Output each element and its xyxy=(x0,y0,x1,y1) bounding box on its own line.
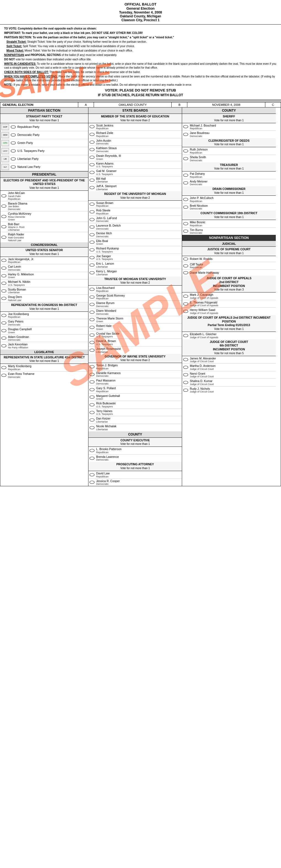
commissioner-burns[interactable]: Tim BurnsDemocratic xyxy=(182,228,276,235)
senator-boman[interactable]: Scotty Boman Libertarian xyxy=(0,287,88,295)
appeals-gleicher[interactable]: Elizabeth L. GleicherJudge of Court of A… xyxy=(182,332,276,339)
naturallaw-oval[interactable] xyxy=(11,165,16,168)
appeals-saad[interactable]: Henry William SaadJudge of Court of Appe… xyxy=(182,308,276,315)
obama-oval[interactable] xyxy=(1,205,6,208)
rep-peters[interactable]: Gary Peters Democratic xyxy=(0,319,88,327)
senator-levin[interactable]: Carl Levin Democratic xyxy=(0,264,88,272)
regent-deitch[interactable]: Laurence B. DeitchDemocratic xyxy=(88,223,182,231)
wsu-karmanos[interactable]: Danielle KarmanosDemocratic xyxy=(88,371,182,378)
party-row-democratic[interactable]: DEM Democratic Party xyxy=(0,131,88,139)
msu-byrum[interactable]: Dianne ByrumDemocratic xyxy=(88,301,182,308)
rep-goodman[interactable]: Adam Goodman Democratic xyxy=(0,335,88,342)
msu-romney[interactable]: George Scott RomneyRepublican xyxy=(88,293,182,301)
presidential-mckinney[interactable]: Cynthia McKinney Rosa Clemente Green xyxy=(0,211,88,222)
ed-hall[interactable]: Bill HallLibertarian xyxy=(88,177,182,184)
nader-oval[interactable] xyxy=(1,236,6,239)
ed-steinport[interactable]: Jeff A. SteinportLibertarian xyxy=(88,184,182,191)
circuit-grant[interactable]: Nanci GrantJudge of Circuit Court xyxy=(182,371,276,379)
rep-campbell[interactable]: Douglas Campbell Green xyxy=(0,327,88,335)
dern-oval[interactable] xyxy=(1,297,6,300)
party-row-libertarian[interactable]: LIB Libertarian Party xyxy=(0,155,88,163)
supreme-taylor[interactable]: Cliff TaylorRepublican xyxy=(182,262,276,270)
appeals-cavanagh[interactable]: Mark J. CavanaghJudge of Court of Appeal… xyxy=(182,292,276,300)
rep-knollenberg[interactable]: Joe Knollenberg Republican xyxy=(0,312,88,319)
regent-sanger[interactable]: Joe SangerU.S. Taxpayers xyxy=(88,254,182,261)
prosecuting-cooper[interactable]: Jessica R. CooperDemocratic xyxy=(88,479,182,486)
regent-boal[interactable]: Ellis BoalGreen xyxy=(88,239,182,246)
county-exec-lawrence[interactable]: Brenda LawrenceDemocratic xyxy=(88,455,182,462)
supreme-hathaway[interactable]: Diane Marie Hathaway xyxy=(182,270,276,276)
jenkins-oval[interactable] xyxy=(90,125,94,128)
democratic-oval[interactable] xyxy=(11,133,16,136)
peters-oval[interactable] xyxy=(1,321,6,324)
regent-sbrown[interactable]: Susan BrownRepublican xyxy=(88,201,182,208)
goodman-oval[interactable] xyxy=(1,337,6,340)
drain-mcculloch[interactable]: John P. McCullochRepublican xyxy=(182,196,276,204)
regent-ryskamp[interactable]: Richard RyskampU.S. Taxpayers xyxy=(88,246,182,254)
drain-nicolson[interactable]: Brett NicolsonDemocratic xyxy=(182,204,276,211)
party-row-naturallaw[interactable]: NLP Natural Law Party xyxy=(0,163,88,171)
ed-jenkins[interactable]: Scott JenkinsRepublican xyxy=(88,123,182,131)
republican-oval[interactable] xyxy=(11,125,16,128)
zeile-oval[interactable] xyxy=(90,133,94,136)
state-rep-marty[interactable]: Marty Knollenberg Republican xyxy=(0,364,88,372)
graeser-oval[interactable] xyxy=(90,171,94,174)
libertarian-oval[interactable] xyxy=(11,157,16,160)
rep-kevorkian[interactable]: Jack Kevorkian No Party Affiliation xyxy=(0,342,88,349)
presidential-mccain[interactable]: John McCain Sarah Palin Republican xyxy=(0,191,88,201)
wsu-bridges[interactable]: Torion J. BridgesRepublican xyxy=(88,363,182,371)
party-row-republican[interactable]: GOP Republican Party xyxy=(0,123,88,131)
ed-austin[interactable]: John AustinDemocratic xyxy=(88,138,182,146)
senator-hoogendyk[interactable]: Jack Hoogendyk, Jr. Republican xyxy=(0,257,88,265)
appeals-fitzgerald[interactable]: E. Thomas FitzgeraldJudge of Court of Ap… xyxy=(182,300,276,308)
senator-nikitin[interactable]: Michael N. Nikitin U.S. Taxpayers xyxy=(0,279,88,287)
treasurer-dohany[interactable]: Pat DohanyRepublican xyxy=(182,172,276,179)
reynolds-oval[interactable] xyxy=(90,156,94,159)
barr-oval[interactable] xyxy=(1,225,6,228)
evan-oval[interactable] xyxy=(1,374,6,377)
steinport-oval[interactable] xyxy=(90,186,94,189)
regent-morgan[interactable]: Kerry L. MorganLibertarian xyxy=(88,269,182,276)
levin-oval[interactable] xyxy=(1,267,6,270)
party-row-green[interactable]: GRN Green Party xyxy=(0,139,88,147)
party-row-ustaxpayers[interactable]: USTP U.S. Taxpayers Party xyxy=(0,147,88,155)
regent-ilitch[interactable]: Denise IlitchDemocratic xyxy=(88,231,182,239)
clerk-johnson[interactable]: Ruth JohnsonRepublican xyxy=(182,147,276,155)
hoogendyk-oval[interactable] xyxy=(1,259,6,262)
wsu-michalak[interactable]: Nicole MichalakLibertarian xyxy=(88,424,182,431)
green-oval[interactable] xyxy=(11,142,16,145)
mikkelson-oval[interactable] xyxy=(1,274,6,277)
ed-adams[interactable]: Karen AdamsU.S. Taxpayers xyxy=(88,161,182,169)
wsu-butkowski[interactable]: Rick ButkowskiU.S. Taxpayers xyxy=(88,401,182,409)
clerk-smith[interactable]: Sheila SmithDemocratic xyxy=(182,155,276,162)
senator-dern[interactable]: Doug Dern Natural Law xyxy=(0,294,88,302)
mckinney-oval[interactable] xyxy=(1,215,6,218)
adams-oval[interactable] xyxy=(90,163,94,166)
wsu-keizer[interactable]: Dan KeizerLibertarian xyxy=(88,416,182,424)
presidential-barr[interactable]: Bob Barr Wayne A. Root Libertarian xyxy=(0,222,88,232)
ed-straus[interactable]: Kathleen StrausDemocratic xyxy=(88,146,182,154)
ed-reynolds[interactable]: Dwain Reynolds, IIIGreen xyxy=(88,154,182,161)
mccain-oval[interactable] xyxy=(1,194,6,197)
austin-oval[interactable] xyxy=(90,141,94,144)
ed-zeile[interactable]: Richard ZeileRepublican xyxy=(88,131,182,138)
msu-dbrown[interactable]: David A. BrownU.S. Taxpayers xyxy=(88,339,182,346)
circuit-anderson[interactable]: Martha D. AndersonJudge of Circuit Court xyxy=(182,364,276,371)
msu-vansickle[interactable]: Crystal Van SickleU.S. Taxpayers xyxy=(88,331,182,339)
wsu-massaron[interactable]: Paul MassaronDemocratic xyxy=(88,378,182,386)
msu-storm[interactable]: Therese Marie StormGreen xyxy=(88,316,182,324)
kevorkian-oval[interactable] xyxy=(1,344,6,347)
prosecuting-law[interactable]: David LawRepublican xyxy=(88,471,182,479)
supreme-roddis[interactable]: Robert W. Roddis xyxy=(182,256,276,262)
commissioner-bosnic[interactable]: Mike BosnicRepublican xyxy=(182,220,276,228)
wsu-pollard[interactable]: Gary S. PollardRepublican xyxy=(88,386,182,394)
regent-larson[interactable]: Eric L. LarsonLibertarian xyxy=(88,261,182,269)
presidential-nader[interactable]: Ralph Nader Matt Gonzalez Natural Law xyxy=(0,232,88,242)
nikitin-oval[interactable] xyxy=(1,282,6,285)
sheriff-boudreau[interactable]: Jane BoudreauDemocratic xyxy=(182,131,276,138)
wsu-haines[interactable]: Terry HainesU.S. Taxpayers xyxy=(88,409,182,416)
msu-woodard[interactable]: Diann WoodardDemocratic xyxy=(88,308,182,316)
hall-oval[interactable] xyxy=(90,179,94,182)
wsu-guttshall[interactable]: Margaret GuttshallGreen xyxy=(88,394,182,401)
regent-lafond[interactable]: John G. LaFondDemocratic xyxy=(88,216,182,223)
